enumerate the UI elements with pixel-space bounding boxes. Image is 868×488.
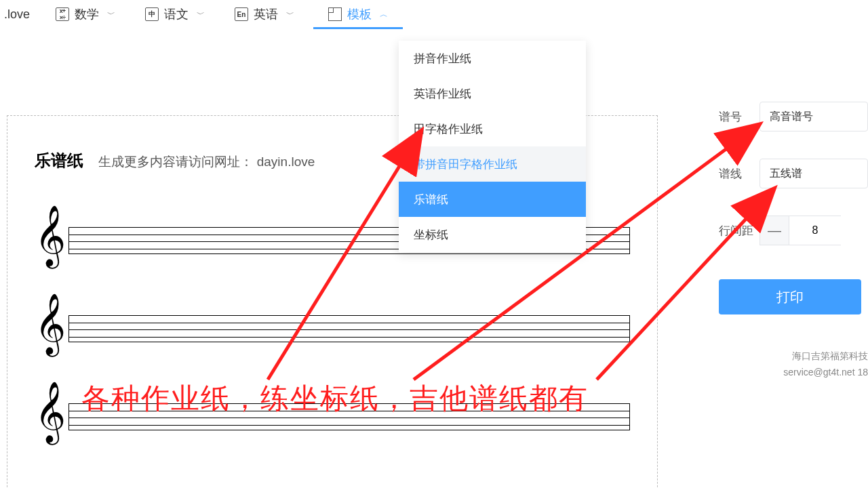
site-logo: .love bbox=[0, 7, 41, 22]
spacing-minus-button[interactable]: — bbox=[760, 216, 789, 245]
stave-select[interactable]: 五线谱 bbox=[760, 159, 868, 188]
nav-chinese-label: 语文 bbox=[164, 6, 189, 22]
treble-clef-icon: 𝄞 bbox=[35, 209, 66, 262]
music-staff: 𝄞 bbox=[35, 307, 630, 354]
nav-template-label: 模板 bbox=[347, 6, 372, 22]
clef-label: 谱号 bbox=[719, 109, 760, 125]
nav-template[interactable]: 模板 ︿ bbox=[313, 0, 403, 28]
dropdown-item-coordinate[interactable]: 坐标纸 bbox=[399, 217, 586, 252]
nav-math[interactable]: x+×÷ 数学 ﹀ bbox=[41, 0, 130, 28]
nav-chinese[interactable]: 中 语文 ﹀ bbox=[130, 0, 220, 28]
spacing-stepper: — 8 bbox=[760, 216, 841, 245]
dropdown-item-music-sheet[interactable]: 乐谱纸 bbox=[399, 182, 586, 217]
print-button[interactable]: 打印 bbox=[719, 279, 861, 314]
field-spacing: 行间距 — 8 bbox=[719, 216, 868, 245]
dropdown-item-pinyin[interactable]: 拼音作业纸 bbox=[399, 41, 586, 76]
chevron-down-icon: ﹀ bbox=[286, 9, 294, 20]
dropdown-item-tianzige[interactable]: 田字格作业纸 bbox=[399, 111, 586, 146]
chevron-down-icon: ﹀ bbox=[107, 9, 115, 20]
dropdown-item-english[interactable]: 英语作业纸 bbox=[399, 76, 586, 111]
footer-company: 海口吉第福第科技 bbox=[719, 348, 868, 365]
chinese-icon: 中 bbox=[145, 7, 159, 21]
field-stave: 谱线 五线谱 bbox=[719, 159, 868, 188]
top-nav: .love x+×÷ 数学 ﹀ 中 语文 ﹀ En 英语 ﹀ 模板 ︿ bbox=[0, 0, 868, 28]
chevron-up-icon: ︿ bbox=[380, 9, 388, 20]
template-dropdown: 拼音作业纸 英语作业纸 田字格作业纸 带拼音田字格作业纸 乐谱纸 坐标纸 bbox=[399, 41, 586, 252]
field-clef: 谱号 高音谱号 bbox=[719, 102, 868, 131]
chevron-down-icon: ﹀ bbox=[197, 9, 205, 20]
doc-subtitle: 生成更多内容请访问网址： dayin.love bbox=[98, 155, 315, 169]
spacing-value[interactable]: 8 bbox=[789, 216, 841, 245]
clef-select[interactable]: 高音谱号 bbox=[760, 102, 868, 131]
treble-clef-icon: 𝄞 bbox=[35, 386, 66, 439]
doc-title: 乐谱纸 bbox=[35, 150, 83, 171]
nav-english-label: 英语 bbox=[254, 6, 278, 22]
nav-english[interactable]: En 英语 ﹀ bbox=[220, 0, 309, 28]
dropdown-item-pinyin-tianzige[interactable]: 带拼音田字格作业纸 bbox=[399, 146, 586, 182]
template-icon bbox=[328, 7, 342, 21]
treble-clef-icon: 𝄞 bbox=[35, 298, 66, 350]
nav-math-label: 数学 bbox=[75, 6, 99, 22]
spacing-label: 行间距 bbox=[719, 223, 760, 239]
stave-label: 谱线 bbox=[719, 166, 760, 182]
math-icon: x+×÷ bbox=[56, 7, 69, 21]
settings-panel: 谱号 高音谱号 谱线 五线谱 行间距 — 8 打印 海口吉第福第科技 servi… bbox=[719, 102, 868, 381]
annotation-text: 各种作业纸，练坐标纸，吉他谱纸都有 bbox=[81, 380, 589, 418]
english-icon: En bbox=[235, 7, 248, 21]
footer-contact: service@gt4t.net 18 bbox=[719, 365, 868, 381]
footer-info: 海口吉第福第科技 service@gt4t.net 18 bbox=[719, 348, 868, 381]
